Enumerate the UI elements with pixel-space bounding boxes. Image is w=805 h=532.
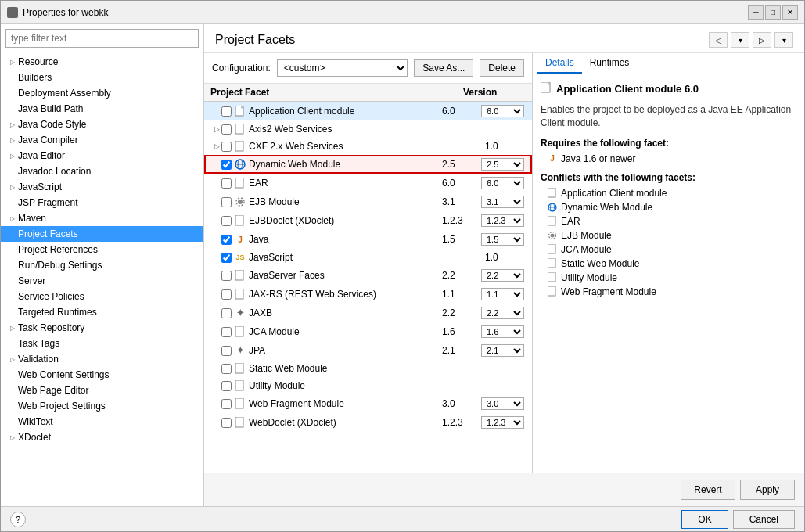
version-dropdown-jpa[interactable]: 2.1 <box>481 344 524 357</box>
save-as-button[interactable]: Save As... <box>414 59 473 77</box>
facet-checkbox-axis2[interactable] <box>221 124 232 135</box>
facet-row-web-fragment-module[interactable]: Web Fragment Module 3.0 3.0 <box>204 394 532 413</box>
sidebar-item-project-facets[interactable]: Project Facets <box>1 226 203 242</box>
tab-details[interactable]: Details <box>537 53 582 74</box>
sidebar-item-jsp-fragment[interactable]: JSP Fragment <box>1 195 203 210</box>
sidebar-item-builders[interactable]: Builders <box>1 70 203 85</box>
sidebar-item-label: Java Editor <box>18 150 65 161</box>
filter-input[interactable] <box>5 29 199 48</box>
sidebar-item-web-project-settings[interactable]: Web Project Settings <box>1 398 203 414</box>
facet-checkbox-javascript[interactable] <box>221 253 232 263</box>
cancel-button[interactable]: Cancel <box>733 510 795 529</box>
facet-checkbox-jaxb[interactable] <box>221 308 232 318</box>
sidebar-item-javascript[interactable]: ▷ JavaScript <box>1 179 203 195</box>
facet-checkbox-web-fragment-module[interactable] <box>221 399 232 409</box>
restore-button[interactable]: □ <box>765 5 781 20</box>
facet-checkbox-webdoclet[interactable] <box>221 418 232 428</box>
bottom-bar: Revert Apply <box>204 473 804 506</box>
forward-button[interactable]: ▷ <box>753 32 771 48</box>
ok-button[interactable]: OK <box>681 510 728 529</box>
facet-row-webdoclet[interactable]: WebDoclet (XDoclet) 1.2.3 1.2.3 <box>204 413 532 432</box>
facet-row-jsf[interactable]: JavaServer Faces 2.2 2.2 <box>204 266 532 285</box>
facet-checkbox-jsf[interactable] <box>221 271 232 281</box>
version-dropdown-ejbdoclet[interactable]: 1.2.3 <box>481 214 524 227</box>
version-dropdown-jsf[interactable]: 2.2 <box>481 269 524 282</box>
sidebar-item-deployment-assembly[interactable]: Deployment Assembly <box>1 85 203 101</box>
facet-checkbox-ear[interactable] <box>221 178 232 189</box>
version-dropdown-jax-rs[interactable]: 1.1 <box>481 288 524 300</box>
facet-name: EJB Module <box>249 196 442 207</box>
version-dropdown-ear[interactable]: 6.0 <box>481 177 524 189</box>
sidebar-item-wikitext[interactable]: WikiText <box>1 414 203 430</box>
dropdown-btn[interactable]: ▾ <box>731 32 749 48</box>
facet-checkbox-jca-module[interactable] <box>221 327 232 337</box>
sidebar-item-service-policies[interactable]: Service Policies <box>1 289 203 304</box>
sidebar-item-project-references[interactable]: Project References <box>1 242 203 257</box>
sidebar-item-label: XDoclet <box>18 432 51 443</box>
sidebar-item-run-debug-settings[interactable]: Run/Debug Settings <box>1 257 203 273</box>
facet-checkbox-ejbdoclet[interactable] <box>221 216 232 226</box>
version-dropdown-ejb[interactable]: 3.1 <box>481 196 524 208</box>
sidebar-item-java-code-style[interactable]: ▷ Java Code Style <box>1 117 203 132</box>
facet-checkbox-java[interactable] <box>221 235 232 245</box>
version-dropdown-java[interactable]: 1.5 <box>481 233 524 246</box>
version-dropdown-app-client[interactable]: 6.0 <box>481 105 524 117</box>
sidebar-item-web-content-settings[interactable]: Web Content Settings <box>1 367 203 383</box>
delete-button[interactable]: Delete <box>480 59 524 77</box>
sidebar-item-web-page-editor[interactable]: Web Page Editor <box>1 383 203 398</box>
facet-row-jax-rs[interactable]: JAX-RS (REST Web Services) 1.1 1.1 <box>204 285 532 304</box>
facet-row-app-client-module[interactable]: Application Client module 6.0 6.0 <box>204 102 532 120</box>
facet-checkbox-dynamic-web-module[interactable] <box>221 160 232 170</box>
facet-row-ejbdoclet[interactable]: EJBDoclet (XDoclet) 1.2.3 1.2.3 <box>204 211 532 230</box>
config-row: Configuration: <custom> Save As... Delet… <box>204 53 532 84</box>
facet-checkbox-jpa[interactable] <box>221 346 232 356</box>
facet-row-ejb-module[interactable]: EJB Module 3.1 3.1 <box>204 192 532 211</box>
expand-icon <box>7 72 18 83</box>
sidebar-item-xdoclet[interactable]: ▷ XDoclet <box>1 430 203 445</box>
version-dropdown-web-fragment[interactable]: 3.0 <box>481 397 524 410</box>
sidebar-item-java-build-path[interactable]: Java Build Path <box>1 101 203 117</box>
facet-checkbox-ejb-module[interactable] <box>221 197 232 207</box>
facet-row-jaxb[interactable]: ✦ JAXB 2.2 2.2 <box>204 304 532 322</box>
facet-checkbox-jax-rs[interactable] <box>221 289 232 300</box>
revert-button[interactable]: Revert <box>681 480 735 500</box>
sidebar-item-task-tags[interactable]: Task Tags <box>1 336 203 351</box>
dropdown-btn2[interactable]: ▾ <box>774 32 793 48</box>
facet-checkbox-static-web-module[interactable] <box>221 364 232 374</box>
details-tabs: Details Runtimes <box>533 53 804 74</box>
help-button[interactable]: ? <box>10 512 26 527</box>
sidebar-item-maven[interactable]: ▷ Maven <box>1 210 203 226</box>
facet-row-javascript[interactable]: JS JavaScript 1.0 <box>204 249 532 266</box>
sidebar-item-server[interactable]: Server <box>1 273 203 289</box>
version-dropdown-jca[interactable]: 1.6 <box>481 325 524 338</box>
expand-icon <box>7 401 18 412</box>
facet-row-jca-module[interactable]: JCA Module 1.6 1.6 <box>204 322 532 341</box>
sidebar-item-targeted-runtimes[interactable]: Targeted Runtimes <box>1 304 203 320</box>
back-button[interactable]: ◁ <box>709 32 728 48</box>
facet-row-dynamic-web-module[interactable]: Dynamic Web Module 2.5 2.5 <box>204 155 532 174</box>
sidebar-item-resource[interactable]: ▷ Resource <box>1 54 203 70</box>
facet-checkbox-utility-module[interactable] <box>221 381 232 391</box>
sidebar-item-validation[interactable]: ▷ Validation <box>1 351 203 367</box>
version-dropdown-jaxb[interactable]: 2.2 <box>481 307 524 319</box>
sidebar-item-javadoc-location[interactable]: Javadoc Location <box>1 164 203 179</box>
version-dropdown-dynamic-web[interactable]: 2.5 <box>481 158 524 171</box>
minimize-button[interactable]: ─ <box>748 5 764 20</box>
sidebar-item-task-repository[interactable]: ▷ Task Repository <box>1 320 203 336</box>
apply-button[interactable]: Apply <box>740 480 795 500</box>
facet-row-static-web-module[interactable]: Static Web Module <box>204 360 532 377</box>
facet-checkbox-app-client-module[interactable] <box>221 106 232 117</box>
tab-runtimes[interactable]: Runtimes <box>582 53 638 74</box>
facet-row-utility-module[interactable]: Utility Module <box>204 377 532 394</box>
facet-row-java[interactable]: J Java 1.5 1.5 <box>204 230 532 249</box>
facet-row-cxf[interactable]: ▷ CXF 2.x Web Services 1.0 <box>204 138 532 155</box>
version-dropdown-webdoclet[interactable]: 1.2.3 <box>481 416 524 429</box>
facet-row-jpa[interactable]: ✦ JPA 2.1 2.1 <box>204 341 532 360</box>
sidebar-item-java-editor[interactable]: ▷ Java Editor <box>1 148 203 164</box>
config-select[interactable]: <custom> <box>277 59 408 77</box>
facet-row-axis2[interactable]: ▷ Axis2 Web Services <box>204 120 532 138</box>
close-button[interactable]: ✕ <box>782 5 798 20</box>
facet-row-ear[interactable]: EAR 6.0 6.0 <box>204 174 532 192</box>
sidebar-item-java-compiler[interactable]: ▷ Java Compiler <box>1 132 203 148</box>
facet-checkbox-cxf[interactable] <box>221 142 232 152</box>
